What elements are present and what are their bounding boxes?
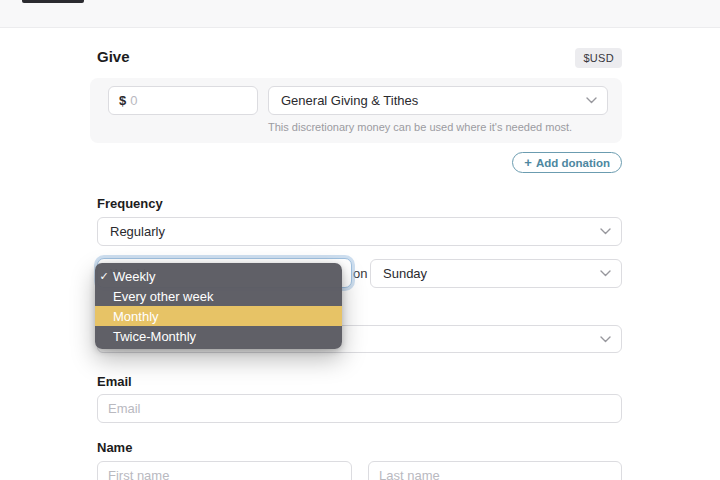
chevron-down-icon — [600, 270, 611, 277]
email-input[interactable] — [97, 394, 622, 423]
interval-dropdown-menu: ✓ Weekly Every other week Monthly Twice-… — [95, 263, 342, 349]
currency-badge: $USD — [575, 48, 622, 68]
frequency-label: Frequency — [97, 196, 163, 211]
amount-field[interactable]: $ — [108, 86, 258, 115]
last-name-input[interactable] — [368, 461, 622, 480]
fund-select[interactable]: General Giving & Tithes — [268, 86, 608, 115]
day-select-value: Sunday — [383, 266, 427, 281]
email-label: Email — [97, 374, 132, 389]
chevron-down-icon — [600, 228, 611, 235]
top-bar — [0, 0, 720, 28]
name-label: Name — [97, 440, 132, 455]
fund-select-value: General Giving & Tithes — [281, 93, 418, 108]
giving-form-page: Give $USD $ General Giving & Tithes This… — [0, 0, 720, 480]
checkmark-icon: ✓ — [95, 266, 113, 286]
add-donation-label: Add donation — [536, 157, 610, 169]
frequency-mode-value: Regularly — [110, 224, 165, 239]
day-select[interactable]: Sunday — [370, 259, 622, 288]
currency-symbol: $ — [119, 93, 126, 108]
add-donation-button[interactable]: + Add donation — [512, 152, 622, 173]
menu-item-label: Twice-Monthly — [113, 329, 196, 344]
menu-item-every-other-week[interactable]: Every other week — [95, 286, 342, 306]
chevron-down-icon — [600, 336, 611, 343]
on-label: on — [353, 266, 367, 281]
first-name-input[interactable] — [97, 461, 352, 480]
chevron-down-icon — [586, 97, 597, 104]
menu-item-weekly[interactable]: ✓ Weekly — [95, 266, 342, 286]
menu-item-twice-monthly[interactable]: Twice-Monthly — [95, 326, 342, 346]
menu-item-monthly[interactable]: Monthly — [95, 306, 342, 326]
menu-item-label: Weekly — [113, 269, 155, 284]
plus-icon: + — [524, 156, 532, 169]
menu-item-label: Every other week — [113, 289, 213, 304]
menu-item-label: Monthly — [113, 309, 159, 324]
active-tab-underline — [22, 0, 84, 3]
give-section-title: Give — [97, 48, 130, 65]
amount-input[interactable] — [130, 93, 240, 108]
frequency-mode-select[interactable]: Regularly — [97, 217, 622, 246]
fund-helper-text: This discretionary money can be used whe… — [268, 121, 572, 133]
